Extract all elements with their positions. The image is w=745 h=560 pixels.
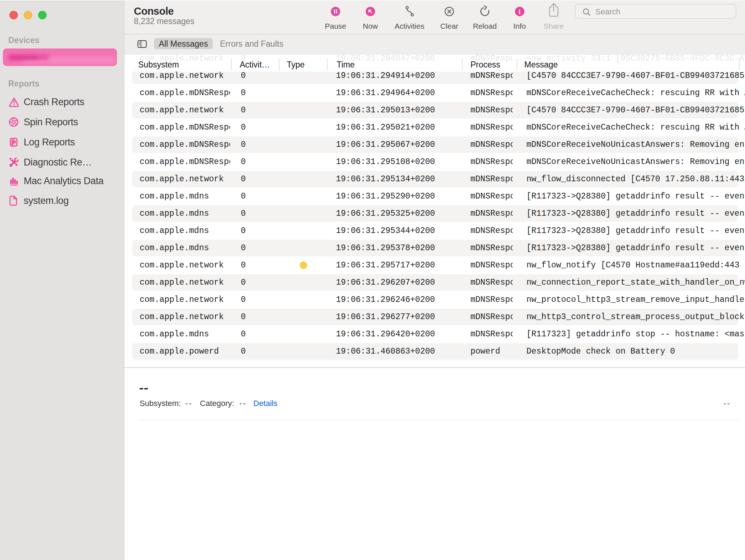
svg-text:i: i: [519, 8, 520, 15]
